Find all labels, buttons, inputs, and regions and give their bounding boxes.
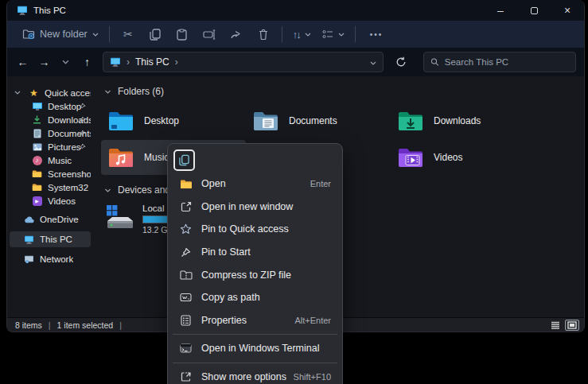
- sidebar-item-desktop[interactable]: Desktop: [10, 99, 91, 113]
- network-icon: [24, 254, 34, 264]
- copy-button[interactable]: [142, 25, 169, 45]
- show-more-icon: [179, 371, 193, 382]
- chevron-down-icon[interactable]: [14, 91, 21, 95]
- share-button[interactable]: [223, 25, 250, 44]
- pin-icon: [79, 116, 86, 123]
- breadcrumb[interactable]: › This PC ›: [103, 52, 384, 72]
- tile-videos[interactable]: Videos: [391, 140, 535, 175]
- tile-label: Music: [144, 152, 169, 163]
- minimize-button[interactable]: –: [484, 0, 517, 21]
- sidebar-item-quick-access[interactable]: ★ Quick access: [10, 86, 91, 99]
- share-icon: [230, 29, 242, 40]
- maximize-button[interactable]: [517, 0, 551, 21]
- sidebar-item-network[interactable]: Network: [10, 251, 91, 267]
- sidebar-item-label: Screenshots: [48, 169, 91, 179]
- sidebar-item-pictures[interactable]: Pictures: [10, 140, 91, 153]
- see-more-button[interactable]: •••: [360, 30, 393, 39]
- close-button[interactable]: ×: [551, 0, 584, 21]
- window-title: This PC: [33, 6, 66, 15]
- sidebar-item-documents[interactable]: Documents: [10, 126, 91, 140]
- menu-item-open[interactable]: Open Enter: [171, 173, 339, 196]
- copy-icon: [179, 154, 189, 166]
- forward-button[interactable]: →: [33, 52, 55, 72]
- menu-item-pin-start[interactable]: Pin to Start: [171, 241, 339, 264]
- folder-icon: [32, 183, 42, 192]
- cut-button[interactable]: ✂: [115, 24, 142, 45]
- sidebar-item-onedrive[interactable]: OneDrive: [10, 211, 91, 227]
- tile-desktop[interactable]: Desktop: [101, 103, 246, 138]
- sidebar-item-this-pc[interactable]: This PC: [10, 231, 91, 247]
- documents-folder-icon: [252, 110, 279, 132]
- view-options-icon: [322, 29, 333, 39]
- tile-downloads[interactable]: Downloads: [391, 103, 535, 138]
- open-new-window-icon: [179, 201, 193, 212]
- menu-item-label: Properties: [201, 315, 247, 326]
- sidebar-item-screenshots[interactable]: Screenshots: [10, 167, 91, 180]
- cut-icon: ✂: [123, 28, 133, 41]
- tile-label: Videos: [434, 152, 462, 163]
- details-view-button[interactable]: [548, 320, 563, 331]
- tile-documents[interactable]: Documents: [246, 103, 391, 138]
- folders-section-header[interactable]: Folders (6): [101, 83, 584, 102]
- sort-button[interactable]: ↑↓: [287, 25, 317, 45]
- back-button[interactable]: ←: [12, 52, 33, 72]
- refresh-icon: [395, 56, 407, 68]
- onedrive-cloud-icon: [24, 215, 34, 224]
- new-folder-icon: [22, 29, 35, 40]
- search-box[interactable]: [423, 52, 576, 72]
- selection-count: 1 item selected: [57, 320, 114, 330]
- desktop-folder-icon: [107, 110, 134, 132]
- window-controls: – ×: [484, 0, 584, 21]
- sidebar-item-system32[interactable]: System32: [10, 180, 91, 194]
- menu-item-open-new-window[interactable]: Open in new window: [171, 196, 339, 219]
- chevron-down-icon: [104, 188, 111, 192]
- address-dropdown-button[interactable]: [370, 56, 376, 68]
- tile-label: Documents: [289, 115, 337, 126]
- videos-icon: ▶: [32, 196, 42, 206]
- menu-item-properties[interactable]: Properties Alt+Enter: [171, 309, 339, 332]
- menu-item-label: Pin to Start: [201, 246, 251, 258]
- large-icons-view-button[interactable]: [565, 320, 579, 331]
- view-button[interactable]: [317, 25, 350, 43]
- menu-item-open-windows-terminal[interactable]: Open in Windows Terminal: [171, 337, 339, 360]
- items-count: 8 items: [15, 320, 42, 330]
- downloads-icon: [32, 115, 42, 125]
- menu-item-copy-as-path[interactable]: Copy as path: [171, 286, 339, 309]
- music-icon: ♪: [32, 156, 42, 165]
- maximize-icon: [531, 7, 538, 14]
- music-folder-icon: [107, 146, 134, 169]
- menu-item-compress-zip[interactable]: Compress to ZIP file: [171, 263, 339, 286]
- breadcrumb-separator[interactable]: ›: [175, 56, 178, 68]
- up-button[interactable]: ↑: [76, 52, 98, 72]
- sidebar-item-label: Quick access: [45, 88, 91, 98]
- sidebar-item-music[interactable]: ♪ Music: [10, 153, 91, 167]
- refresh-button[interactable]: [390, 52, 412, 72]
- close-icon: ×: [564, 4, 570, 17]
- local-disk-icon: [104, 204, 134, 231]
- menu-item-show-more-options[interactable]: Show more options Shift+F10: [171, 366, 339, 384]
- forward-icon: →: [39, 56, 50, 68]
- chevron-down-icon: [370, 61, 376, 65]
- videos-folder-icon: [397, 146, 424, 169]
- zip-folder-icon: [179, 270, 193, 280]
- recent-locations-button[interactable]: [55, 52, 76, 72]
- new-folder-button[interactable]: New folder: [17, 25, 104, 44]
- chevron-down-icon: [338, 33, 345, 37]
- minimize-icon: –: [497, 4, 504, 17]
- documents-icon: [32, 129, 42, 138]
- chevron-down-icon: [305, 33, 311, 37]
- copy-quick-button[interactable]: [173, 149, 195, 171]
- menu-divider: [173, 363, 337, 363]
- breadcrumb-location[interactable]: This PC: [135, 56, 169, 68]
- search-input[interactable]: [445, 57, 569, 67]
- details-view-icon: [551, 321, 560, 329]
- sidebar-item-videos[interactable]: ▶ Videos: [10, 194, 91, 208]
- title-bar[interactable]: This PC – ×: [7, 0, 584, 21]
- menu-item-pin-quick-access[interactable]: Pin to Quick access: [171, 218, 339, 241]
- chevron-down-icon: [104, 90, 111, 94]
- pin-icon: [79, 143, 86, 150]
- sidebar-item-downloads[interactable]: Downloads: [10, 113, 91, 126]
- delete-button[interactable]: [250, 25, 277, 44]
- rename-button[interactable]: [196, 25, 223, 44]
- paste-button[interactable]: [169, 25, 196, 45]
